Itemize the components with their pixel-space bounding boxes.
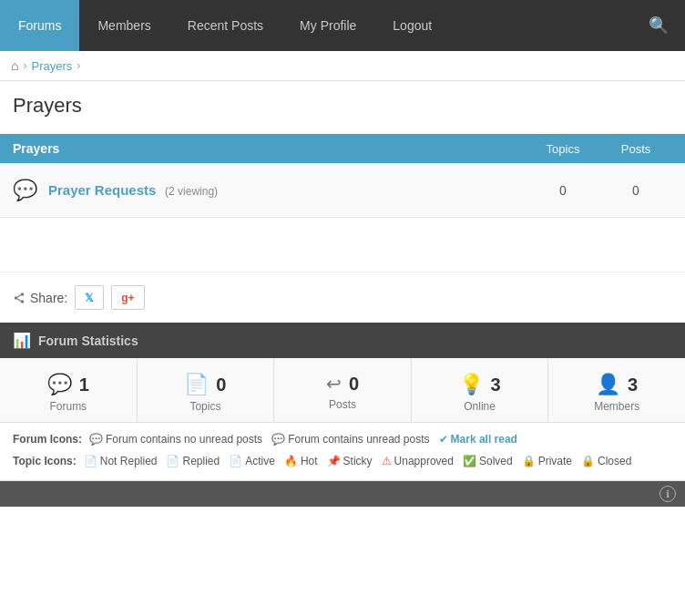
legend-sticky: 📌 Sticky <box>327 452 373 472</box>
unapproved-icon: ⚠ <box>382 452 392 472</box>
googleplus-share-button[interactable]: g+ <box>111 285 144 310</box>
home-icon[interactable]: ⌂ <box>11 58 18 73</box>
forums-icon: 💬 <box>47 373 72 396</box>
breadcrumb-prayers[interactable]: Prayers <box>31 59 72 73</box>
svg-point-1 <box>15 296 18 300</box>
footer: ℹ <box>0 481 685 507</box>
legend-not-replied: 📄 Not Replied <box>84 452 158 472</box>
nav-forums[interactable]: Forums <box>0 0 79 51</box>
share-bar: Share: 𝕏 g+ <box>0 272 685 323</box>
twitter-share-button[interactable]: 𝕏 <box>75 285 104 310</box>
checkmark-icon: ✔ <box>439 430 448 450</box>
sticky-icon: 📌 <box>327 452 341 472</box>
navbar: Forums Members Recent Posts My Profile L… <box>0 0 685 51</box>
svg-point-2 <box>21 300 25 303</box>
hot-icon: 🔥 <box>284 452 298 472</box>
members-icon: 👤 <box>596 373 620 396</box>
twitter-icon: 𝕏 <box>85 292 94 304</box>
no-unread-text: Forum contains no unread posts <box>106 430 262 450</box>
legend: Forum Icons: 💬 Forum contains no unread … <box>0 423 685 481</box>
bar-chart-icon: 📊 <box>13 332 31 349</box>
stat-posts: ↩ 0 Posts <box>274 358 412 422</box>
googleplus-icon: g+ <box>121 292 134 304</box>
info-icon[interactable]: ℹ <box>659 486 676 502</box>
legend-mark-all-read: ✔ Mark all read <box>439 430 517 450</box>
svg-line-3 <box>17 298 21 300</box>
breadcrumb-sep-1: › <box>23 59 26 72</box>
page-title: Prayers <box>0 81 685 134</box>
stats-header: 📊 Forum Statistics <box>0 323 685 358</box>
active-text: Active <box>245 452 275 472</box>
legend-private: 🔒 Private <box>522 452 572 472</box>
replied-text: Replied <box>182 452 220 472</box>
no-unread-icon: 💬 <box>89 430 103 450</box>
forum-table-header: Prayers Topics Posts <box>0 134 685 163</box>
share-label-text: Share: <box>30 291 67 305</box>
legend-unapproved: ⚠ Unapproved <box>382 452 454 472</box>
nav-members[interactable]: Members <box>79 0 169 51</box>
posts-icon: ↩ <box>326 373 342 395</box>
spacer <box>0 218 685 272</box>
private-icon: 🔒 <box>522 452 536 472</box>
legend-hot: 🔥 Hot <box>284 452 318 472</box>
hot-text: Hot <box>301 452 318 472</box>
forum-header-name: Prayers <box>13 141 527 156</box>
share-icon: Share: <box>13 291 67 305</box>
topic-icons-label: Topic Icons: <box>13 452 77 472</box>
svg-point-0 <box>21 293 25 296</box>
forum-icons-row: Forum Icons: 💬 Forum contains no unread … <box>13 430 672 450</box>
forum-row-info: Prayer Requests (2 viewing) <box>48 182 527 198</box>
unapproved-text: Unapproved <box>394 452 454 472</box>
forum-row-viewing: (2 viewing) <box>165 185 218 198</box>
forum-icons-label: Forum Icons: <box>13 430 82 450</box>
private-text: Private <box>538 452 572 472</box>
forums-count: 1 <box>79 375 89 395</box>
closed-text: Closed <box>598 452 631 472</box>
not-replied-icon: 📄 <box>84 452 97 472</box>
topics-icon: 📄 <box>184 373 209 396</box>
svg-line-4 <box>17 294 21 296</box>
members-count: 3 <box>628 375 638 395</box>
forum-row: 💬 Prayer Requests (2 viewing) 0 0 <box>0 163 685 218</box>
stats-title: Forum Statistics <box>38 334 138 348</box>
stats-body: 💬 1 Forums 📄 0 Topics ↩ 0 Posts 💡 3 Onli… <box>0 358 685 423</box>
legend-unread: 💬 Forum contains unread posts <box>271 430 429 450</box>
unread-text: Forum contains unread posts <box>288 430 429 450</box>
nav-my-profile[interactable]: My Profile <box>281 0 374 51</box>
closed-icon: 🔒 <box>581 452 595 472</box>
forum-row-posts: 0 <box>599 183 672 198</box>
unread-icon: 💬 <box>271 430 285 450</box>
legend-closed: 🔒 Closed <box>581 452 631 472</box>
legend-active: 📄 Active <box>229 452 275 472</box>
online-count: 3 <box>491 375 501 395</box>
forum-header-posts: Posts <box>599 142 672 156</box>
stat-forums: 💬 1 Forums <box>0 358 138 422</box>
posts-count: 0 <box>349 374 359 395</box>
active-icon: 📄 <box>229 452 242 472</box>
legend-replied: 📄 Replied <box>166 452 220 472</box>
not-replied-text: Not Replied <box>100 452 158 472</box>
forum-row-icon: 💬 <box>13 179 37 202</box>
forum-header-topics: Topics <box>527 142 599 156</box>
topics-count: 0 <box>216 375 226 395</box>
solved-icon: ✅ <box>463 452 476 472</box>
sticky-text: Sticky <box>343 452 373 472</box>
nav-logout[interactable]: Logout <box>374 0 450 51</box>
breadcrumb-sep-2: › <box>77 59 80 72</box>
topics-label: Topics <box>189 400 220 413</box>
breadcrumb: ⌂ › Prayers › <box>0 51 685 81</box>
topic-icons-row: Topic Icons: 📄 Not Replied 📄 Replied 📄 A… <box>13 452 672 472</box>
legend-solved: ✅ Solved <box>463 452 513 472</box>
solved-text: Solved <box>479 452 513 472</box>
forum-row-topics: 0 <box>527 183 599 198</box>
online-icon: 💡 <box>459 373 484 396</box>
replied-icon: 📄 <box>166 452 179 472</box>
nav-recent-posts[interactable]: Recent Posts <box>169 0 281 51</box>
members-label: Members <box>594 400 639 413</box>
forum-row-title[interactable]: Prayer Requests <box>48 182 156 198</box>
mark-all-read-link[interactable]: Mark all read <box>451 430 517 450</box>
posts-label: Posts <box>329 398 356 411</box>
online-label: Online <box>464 400 496 413</box>
search-icon[interactable]: 🔍 <box>632 15 685 36</box>
legend-no-unread: 💬 Forum contains no unread posts <box>89 430 262 450</box>
